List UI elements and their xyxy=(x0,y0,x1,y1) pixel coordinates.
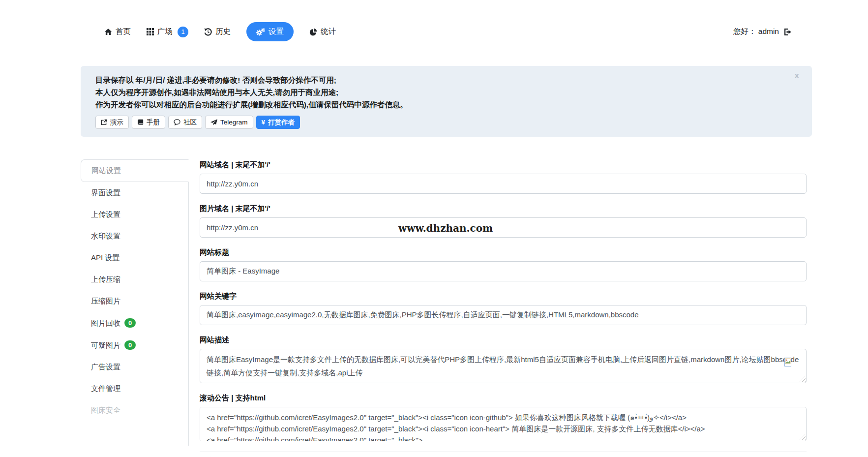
telegram-button[interactable]: Telegram xyxy=(205,116,253,129)
nav-menu: 首页 广场 1 历史 xyxy=(104,22,336,41)
sidebar-item-label: 界面设置 xyxy=(91,188,120,197)
site-domain-input[interactable] xyxy=(200,174,807,194)
nav-label: 设置 xyxy=(269,27,284,37)
settings-content: 网站设置 界面设置 上传设置 水印设置 API 设置 上传压缩 压缩图片 图片回… xyxy=(81,159,812,457)
nav-user-area: 您好： admin xyxy=(733,27,792,37)
nav-item-stats[interactable]: 统计 xyxy=(309,27,336,37)
sidebar-item-watermark-settings[interactable]: 水印设置 xyxy=(81,225,188,247)
form-group-site-domain: 网站域名 | 末尾不加'/' xyxy=(200,160,807,194)
site-title-input[interactable] xyxy=(200,261,807,281)
history-icon xyxy=(204,28,212,36)
button-label: 打赏作者 xyxy=(268,118,295,127)
notice-line-3: 作为开发者你可以对相应的后台功能进行扩展(增删改相应代码),但请保留代码中源作者… xyxy=(95,98,797,111)
plane-icon xyxy=(210,119,217,125)
form-group-keywords: 网站关键字 xyxy=(200,292,807,325)
field-label: 图片域名 | 末尾不加'/' xyxy=(200,204,807,213)
field-label: 滚动公告 | 支持html xyxy=(200,394,807,402)
external-link-icon xyxy=(101,119,107,125)
donate-button[interactable]: ¥ 打赏作者 xyxy=(256,116,300,129)
top-navbar: 首页 广场 1 历史 xyxy=(81,0,812,41)
sidebar-item-website-settings[interactable]: 网站设置 xyxy=(81,159,189,182)
sidebar-item-upload-compress[interactable]: 上传压缩 xyxy=(81,269,188,290)
user-greeting: 您好： admin xyxy=(733,27,779,37)
pie-chart-icon xyxy=(309,28,317,36)
form-group-scroll-announcement: 滚动公告 | 支持html <a href="https://github.co… xyxy=(200,394,807,441)
nav-item-plaza[interactable]: 广场 1 xyxy=(147,27,188,37)
notice-line-2: 本人仅为程序开源创作,如遇非法网站使用与本人无关,请勿用于商业用途; xyxy=(95,86,797,98)
home-icon xyxy=(104,28,112,36)
sidebar-item-security[interactable]: 图床安全 xyxy=(81,399,188,421)
site-keywords-input[interactable] xyxy=(200,305,807,325)
nav-label: 首页 xyxy=(116,27,131,37)
sidebar-item-image-recycle[interactable]: 图片回收0 xyxy=(81,312,188,334)
sidebar-item-label: 文件管理 xyxy=(91,384,120,393)
image-domain-input[interactable] xyxy=(200,217,807,238)
sidebar-item-label: 图床安全 xyxy=(91,406,120,415)
field-label: 网站描述 xyxy=(200,335,807,344)
grid-icon xyxy=(147,28,154,35)
manual-button[interactable]: 手册 xyxy=(132,116,165,129)
sidebar-item-label: 上传设置 xyxy=(91,210,120,219)
form-group-site-title: 网站标题 xyxy=(200,248,807,281)
notice-buttons: 演示 手册 社区 Telegram ¥ xyxy=(95,116,797,129)
notice-line-1: 目录保存以 年/月/日/ 递进,非必要请勿修改! 否则会导致部分操作不可用; xyxy=(95,74,797,86)
nav-label: 统计 xyxy=(321,27,336,37)
button-label: 手册 xyxy=(147,118,160,127)
form-group-image-domain: 图片域名 | 末尾不加'/' xyxy=(200,204,807,238)
demo-button[interactable]: 演示 xyxy=(95,116,129,129)
sign-out-icon[interactable] xyxy=(783,28,792,36)
sidebar-item-suspicious-image[interactable]: 可疑图片0 xyxy=(81,334,188,356)
field-label: 网站标题 xyxy=(200,248,807,257)
page-shell: 首页 广场 1 历史 xyxy=(81,0,812,457)
sidebar-item-file-manage[interactable]: 文件管理 xyxy=(81,378,188,399)
plaza-count-badge: 1 xyxy=(178,27,188,37)
site-description-textarea[interactable]: 简单图床EasyImage是一款支持多文件上传的无数据库图床,可以完美替代PHP… xyxy=(200,349,807,383)
scroll-announcement-textarea[interactable]: <a href="https://github.com/icret/EasyIm… xyxy=(200,407,807,441)
field-label: 网站关键字 xyxy=(200,292,807,301)
section-divider xyxy=(200,452,807,452)
field-label: 网站域名 | 末尾不加'/' xyxy=(200,160,807,169)
suspicious-count-badge: 0 xyxy=(124,340,136,350)
sidebar-item-ad-settings[interactable]: 广告设置 xyxy=(81,356,188,378)
sidebar-item-label: 压缩图片 xyxy=(91,297,120,305)
nav-label: 广场 xyxy=(157,27,173,37)
form-group-description: 网站描述 简单图床EasyImage是一款支持多文件上传的无数据库图床,可以完美… xyxy=(200,335,807,383)
recycle-count-badge: 0 xyxy=(124,318,136,328)
book-icon xyxy=(137,119,144,125)
sidebar-item-api-settings[interactable]: API 设置 xyxy=(81,247,188,269)
sidebar-item-label: 上传压缩 xyxy=(91,275,120,284)
button-label: Telegram xyxy=(220,118,248,127)
community-button[interactable]: 社区 xyxy=(168,116,202,129)
sidebar-item-interface-settings[interactable]: 界面设置 xyxy=(81,182,188,204)
nav-label: 历史 xyxy=(215,27,231,37)
settings-sidebar: 网站设置 界面设置 上传设置 水印设置 API 设置 上传压缩 压缩图片 图片回… xyxy=(81,159,189,446)
sidebar-item-upload-settings[interactable]: 上传设置 xyxy=(81,204,188,225)
textarea-wrapper: 简单图床EasyImage是一款支持多文件上传的无数据库图床,可以完美替代PHP… xyxy=(200,349,807,383)
nav-item-settings[interactable]: 设置 xyxy=(246,22,294,41)
website-settings-form: 网站域名 | 末尾不加'/' 图片域名 | 末尾不加'/' 网站标题 网站关键字… xyxy=(189,159,812,457)
textarea-wrapper: <a href="https://github.com/icret/EasyIm… xyxy=(200,407,807,441)
sidebar-item-label: 可疑图片 xyxy=(91,341,120,350)
sidebar-item-label: 图片回收 xyxy=(91,319,120,328)
sidebar-item-compress-image[interactable]: 压缩图片 xyxy=(81,290,188,312)
button-label: 演示 xyxy=(110,118,123,127)
button-label: 社区 xyxy=(183,118,197,127)
gears-icon xyxy=(256,28,265,36)
sidebar-item-label: 广告设置 xyxy=(91,363,120,371)
sidebar-item-label: 网站设置 xyxy=(91,166,121,175)
notice-close-button[interactable]: x xyxy=(795,71,799,81)
chat-icon xyxy=(174,119,180,125)
notice-box: x 目录保存以 年/月/日/ 递进,非必要请勿修改! 否则会导致部分操作不可用;… xyxy=(81,66,812,137)
nav-item-home[interactable]: 首页 xyxy=(104,27,131,37)
sidebar-item-label: 水印设置 xyxy=(91,232,120,241)
nav-item-history[interactable]: 历史 xyxy=(204,27,231,37)
sidebar-item-label: API 设置 xyxy=(91,253,120,262)
